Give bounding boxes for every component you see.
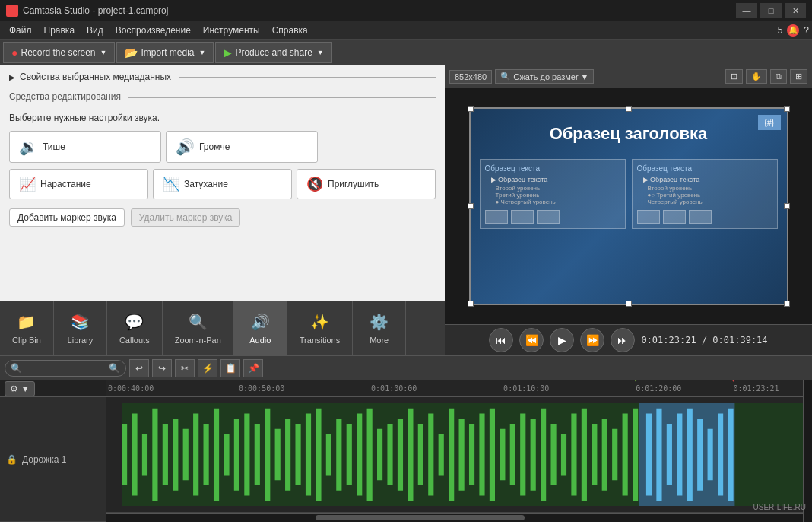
fade-out-icon: 📉	[163, 176, 179, 193]
tab-zoom-n-pan[interactable]: 🔍 Zoom-n-Pan	[163, 301, 234, 355]
svg-rect-13	[244, 414, 249, 496]
preview-fit-btn[interactable]: ⊡	[725, 69, 743, 84]
handle-mr[interactable]	[784, 203, 790, 209]
handle-bl[interactable]	[468, 301, 474, 307]
svg-rect-34	[459, 419, 465, 491]
menu-tools[interactable]: Инструменты	[197, 24, 266, 37]
fade-out-label: Затухание	[184, 179, 228, 189]
cut-button[interactable]: ✂	[175, 359, 195, 377]
tab-more[interactable]: ⚙️ More	[353, 301, 406, 355]
remove-marker-button[interactable]: Удалить маркер звука	[131, 208, 241, 227]
timeline-ruler: 0:00:40:00 0:00:50:00 0:01:00:00 0:01:10…	[106, 380, 803, 397]
slide-col2-b2: Второй уровень	[637, 185, 772, 192]
svg-rect-4	[152, 409, 157, 501]
tab-transitions[interactable]: ✨ Transitions	[287, 301, 353, 355]
svg-rect-54	[656, 409, 661, 501]
skip-to-start-button[interactable]: ⏮	[489, 328, 513, 352]
louder-button[interactable]: 🔊 Громче	[166, 131, 318, 163]
close-button[interactable]: ✕	[785, 3, 806, 18]
slide-title: Образец заголовка	[471, 109, 787, 159]
redo-button[interactable]: ↪	[152, 359, 172, 377]
preview-hand-btn[interactable]: ✋	[746, 69, 767, 84]
tab-callouts[interactable]: 💬 Callouts	[107, 301, 163, 355]
import-button[interactable]: 📂 Import media ▼	[116, 42, 214, 63]
edit-tools-row: Средства редактирования	[9, 88, 436, 107]
menu-playback[interactable]: Воспроизведение	[109, 24, 197, 37]
audio-icon: 🔊	[249, 311, 271, 333]
track-row-1[interactable]	[106, 397, 803, 513]
split-button[interactable]: ⚡	[198, 359, 217, 377]
slide-col1-b1: ▶ Образец текста	[485, 176, 620, 183]
svg-rect-39	[510, 424, 515, 485]
svg-rect-40	[520, 414, 525, 496]
search-submit-icon[interactable]: 🔍	[109, 363, 120, 374]
play-button[interactable]: ▶	[550, 328, 574, 352]
tab-audio[interactable]: 🔊 Audio	[234, 301, 287, 355]
svg-rect-58	[697, 419, 703, 491]
timeline-scrollbar-v[interactable]	[803, 380, 812, 522]
notification-badge[interactable]: 🔔	[787, 24, 799, 37]
paste-button[interactable]: 📌	[243, 359, 263, 377]
svg-rect-21	[326, 434, 331, 476]
tab-library[interactable]: 📚 Library	[54, 301, 107, 355]
record-icon: ●	[11, 46, 17, 59]
fade-out-button[interactable]: 📉 Затухание	[153, 169, 292, 199]
preview-crop-btn[interactable]: ⧉	[770, 69, 787, 84]
zoom-to-fit-btn[interactable]: 🔍 Сжать до размеr ▼	[495, 69, 594, 84]
time-display: 0:01:23:21 / 0:01:39:14	[641, 335, 767, 345]
title-bar: Camtasia Studio - project-1.camproj — □ …	[0, 0, 812, 21]
copy-button[interactable]: 📋	[220, 359, 240, 377]
menu-view[interactable]: Вид	[81, 24, 109, 37]
add-marker-button[interactable]: Добавить маркер звука	[9, 208, 125, 227]
menu-help[interactable]: Справка	[266, 24, 314, 37]
handle-br[interactable]	[784, 301, 790, 307]
fast-forward-button[interactable]: ⏩	[580, 328, 604, 352]
preview-resolution-btn[interactable]: 852x480	[449, 70, 492, 84]
undo-button[interactable]: ↩	[129, 359, 149, 377]
mute-icon: 🔇	[306, 176, 323, 193]
instruction-text: Выберите нужные настройки звука.	[9, 113, 436, 123]
window-controls: — □ ✕	[736, 3, 806, 18]
timeline-search-wrapper: 🔍 🔍	[5, 360, 126, 377]
handle-bm[interactable]	[626, 301, 632, 307]
slide-col1: Образец текста ▶ Образец текста Второй у…	[480, 159, 626, 229]
svg-rect-33	[449, 409, 454, 501]
zoom-label: Сжать до размеr	[513, 72, 578, 81]
tracks: 0:00:40:00 0:00:50:00 0:01:00:00 0:01:10…	[106, 380, 803, 522]
quieter-button[interactable]: 🔉 Тише	[9, 131, 161, 163]
help-badge[interactable]: ?	[804, 25, 809, 36]
produce-button[interactable]: ▶ Produce and share ▼	[215, 42, 331, 63]
tab-clip-bin[interactable]: 📁 Clip Bin	[0, 301, 54, 355]
handle-tm[interactable]	[626, 106, 632, 112]
maximize-button[interactable]: □	[760, 3, 782, 18]
ruler-mark-0: 0:00:40:00	[108, 384, 154, 393]
record-button[interactable]: ● Record the screen ▼	[3, 42, 115, 63]
timeline-search-input[interactable]	[5, 360, 126, 377]
track-1-label: Дорожка 1	[22, 454, 66, 465]
app-wrapper: Camtasia Studio - project-1.camproj — □ …	[0, 0, 812, 522]
minimize-button[interactable]: —	[736, 3, 757, 18]
mute-button[interactable]: 🔇 Приглушить	[297, 169, 436, 199]
timeline-scrollbar-h[interactable]	[106, 513, 803, 522]
properties-section[interactable]: ▶ Свойства выбранных медиаданных	[9, 72, 436, 82]
preview-snap-btn[interactable]: ⊞	[790, 69, 807, 84]
track-options-button[interactable]: ⚙ ▼	[5, 381, 35, 396]
slide-col1-box3	[537, 210, 560, 224]
svg-rect-9	[204, 424, 209, 485]
properties-area: ▶ Свойства выбранных медиаданных Средств…	[0, 65, 445, 301]
handle-tr[interactable]	[784, 106, 790, 112]
handle-ml[interactable]	[468, 203, 474, 209]
selected-element[interactable]: {#}	[758, 115, 780, 130]
menu-edit[interactable]: Правка	[38, 24, 81, 37]
menu-file[interactable]: Файл	[3, 24, 38, 37]
zoom-icon: 🔍	[187, 311, 208, 333]
ruler-mark-1: 0:00:50:00	[239, 384, 284, 393]
handle-tl[interactable]	[468, 106, 474, 112]
scrollbar-thumb[interactable]	[316, 515, 525, 520]
rewind-button[interactable]: ⏪	[519, 328, 544, 352]
ruler-mark-5: 0:01:23:21	[733, 384, 779, 393]
fade-in-button[interactable]: 📈 Нарастание	[9, 169, 148, 199]
skip-to-end-button[interactable]: ⏭	[611, 328, 635, 352]
svg-rect-43	[550, 424, 556, 485]
slide-col2-b3: ●○ Третий уровень	[637, 192, 772, 199]
